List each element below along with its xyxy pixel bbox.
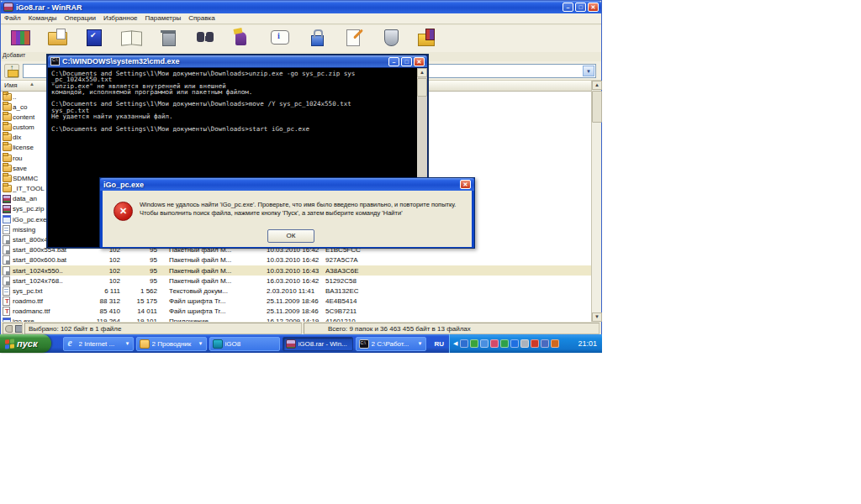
- maximize-button[interactable]: □: [575, 3, 586, 12]
- up-folder-button[interactable]: [4, 64, 19, 78]
- chevron-down-icon[interactable]: ▼: [198, 341, 203, 346]
- cmd-titlebar[interactable]: C:\WINDOWS\system32\cmd.exe – □ ✕: [48, 55, 427, 67]
- taskbar-buttons: 2 Internet ...▼2 Проводник▼iGO8iGO8.rar …: [63, 337, 426, 351]
- winrar-icon: [286, 339, 296, 349]
- scroll-up-icon[interactable]: ▲: [417, 68, 427, 77]
- cmd-window-buttons: – □ ✕: [388, 57, 425, 66]
- folder-up-icon: [3, 93, 12, 101]
- shield-icon[interactable]: [378, 25, 403, 49]
- taskbar-button[interactable]: iGO8.rar - Win...: [283, 337, 353, 351]
- file-packed-size: 95: [125, 267, 162, 275]
- wizard-icon[interactable]: [230, 25, 255, 49]
- cmd-icon: [50, 57, 60, 66]
- taskbar-button[interactable]: 2 Internet ...▼: [63, 337, 134, 351]
- tray-icon[interactable]: [480, 339, 489, 348]
- archive-icon: [3, 205, 11, 213]
- menu-item[interactable]: Избранное: [103, 14, 138, 23]
- tray-icon[interactable]: [490, 339, 499, 348]
- table-row[interactable]: start_800x600.bat10295Пакетный файл М...…: [1, 255, 593, 265]
- dialog-message: Windows не удалось найти 'iGo_pc.exe'. П…: [140, 201, 467, 218]
- start-button[interactable]: пуск: [0, 334, 51, 353]
- tray-icon[interactable]: [470, 339, 478, 348]
- dialog-message-line1: Windows не удалось найти 'iGo_pc.exe'. П…: [140, 201, 467, 209]
- lock-icon[interactable]: [304, 25, 329, 49]
- menu-item[interactable]: Команды: [29, 14, 57, 23]
- font-icon: [3, 297, 10, 306]
- ok-button[interactable]: ОК: [267, 229, 314, 243]
- winrar-titlebar[interactable]: iGo8.rar - WinRAR – □ ✕: [1, 1, 601, 13]
- font-icon: [3, 307, 10, 316]
- start-label: пуск: [17, 339, 38, 349]
- menu-item[interactable]: Справка: [188, 14, 214, 23]
- table-row[interactable]: roadmo.ttf88 31215 175Файл шрифта Tr...2…: [1, 296, 593, 306]
- bat-icon: [3, 266, 10, 276]
- toolbar-add-label: Добавит: [3, 52, 25, 58]
- tray-icon[interactable]: [541, 339, 549, 348]
- taskbar-button[interactable]: 2 Проводник▼: [136, 337, 207, 351]
- tray-icons: [460, 339, 559, 348]
- bat-icon: [3, 276, 10, 286]
- scroll-up-icon[interactable]: ▲: [592, 81, 602, 90]
- minimize-button[interactable]: –: [388, 57, 399, 66]
- tray-icon[interactable]: [531, 339, 539, 348]
- close-icon[interactable]: ✕: [460, 180, 471, 189]
- find-icon[interactable]: [193, 25, 218, 49]
- tray-icon[interactable]: [510, 339, 519, 348]
- view-icon[interactable]: [119, 25, 144, 49]
- menu-item[interactable]: Файл: [4, 14, 21, 23]
- dialog-titlebar[interactable]: iGo_pc.exe ✕: [100, 178, 474, 191]
- file-modified: 25.11.2009 18:46: [267, 297, 325, 305]
- test-icon[interactable]: [82, 25, 107, 49]
- info-icon[interactable]: [267, 25, 292, 49]
- table-row[interactable]: start_1024x550..10295Пакетный файл М...1…: [1, 265, 593, 276]
- file-packed-size: 14 011: [125, 307, 162, 315]
- tray-icon[interactable]: [460, 339, 468, 348]
- chevron-down-icon[interactable]: ▼: [418, 341, 423, 346]
- language-indicator[interactable]: RU: [431, 339, 448, 349]
- explorer-folder-icon: [140, 339, 150, 349]
- scroll-thumb[interactable]: [417, 78, 427, 97]
- console-line: C:\Documents and Settings\1\Мои документ…: [51, 101, 417, 107]
- comment-icon[interactable]: [341, 25, 366, 49]
- add-icon[interactable]: [8, 25, 33, 49]
- menu-item[interactable]: Операции: [65, 14, 96, 23]
- hide-icons-chevron-icon[interactable]: ◀: [453, 340, 457, 347]
- taskbar-clock[interactable]: 21:01: [578, 339, 599, 348]
- tray-icon[interactable]: [500, 339, 509, 348]
- scroll-thumb[interactable]: [592, 91, 602, 123]
- table-row[interactable]: sys_pc.txt6 1111 562Текстовый докум...2.…: [1, 286, 593, 296]
- extract-icon[interactable]: [45, 25, 70, 49]
- disk-icon: [15, 325, 23, 333]
- sfx-icon[interactable]: [415, 25, 440, 49]
- menu-item[interactable]: Параметры: [145, 14, 182, 23]
- table-row[interactable]: roadmanc.ttf85 41014 011Файл шрифта Tr..…: [1, 307, 593, 317]
- tray-icon[interactable]: [551, 339, 559, 348]
- file-crc: BA3132EC: [325, 287, 393, 295]
- taskbar-button-label: 2 Проводник: [152, 340, 196, 348]
- taskbar-button[interactable]: 2 C:\Работ...▼: [356, 337, 426, 351]
- file-type: Пакетный файл М...: [162, 277, 267, 285]
- close-button[interactable]: ✕: [414, 57, 425, 66]
- file-size: 88 312: [92, 297, 125, 305]
- maximize-button[interactable]: □: [401, 57, 412, 66]
- minimize-button[interactable]: –: [563, 3, 573, 12]
- taskbar-button-label: 2 Internet ...: [79, 340, 123, 348]
- winrar-window-buttons: – □ ✕: [563, 3, 599, 12]
- chevron-down-icon[interactable]: ▼: [125, 341, 130, 346]
- desktop: iGo8.rar - WinRAR – □ ✕ ФайлКомандыОпера…: [0, 0, 861, 504]
- status-selected: Выбрано: 102 байт в 1 файле: [24, 323, 302, 334]
- taskbar-button[interactable]: iGO8: [209, 337, 280, 351]
- close-button[interactable]: ✕: [588, 3, 599, 12]
- scroll-down-icon[interactable]: ▼: [592, 312, 602, 322]
- tray-icon[interactable]: [520, 339, 529, 348]
- file-crc: 4E4B5414: [325, 297, 393, 305]
- filelist-scrollbar[interactable]: ▲ ▼: [591, 81, 601, 322]
- column-header-name[interactable]: Имя: [4, 81, 18, 89]
- bat-icon: [3, 235, 10, 244]
- folder-icon: [3, 165, 12, 172]
- file-size: 85 410: [92, 307, 125, 315]
- folder-icon: [3, 175, 12, 182]
- combo-dropdown-icon[interactable]: ▼: [583, 66, 594, 76]
- table-row[interactable]: start_1024x768..10295Пакетный файл М...1…: [1, 276, 593, 286]
- delete-icon[interactable]: [156, 25, 181, 49]
